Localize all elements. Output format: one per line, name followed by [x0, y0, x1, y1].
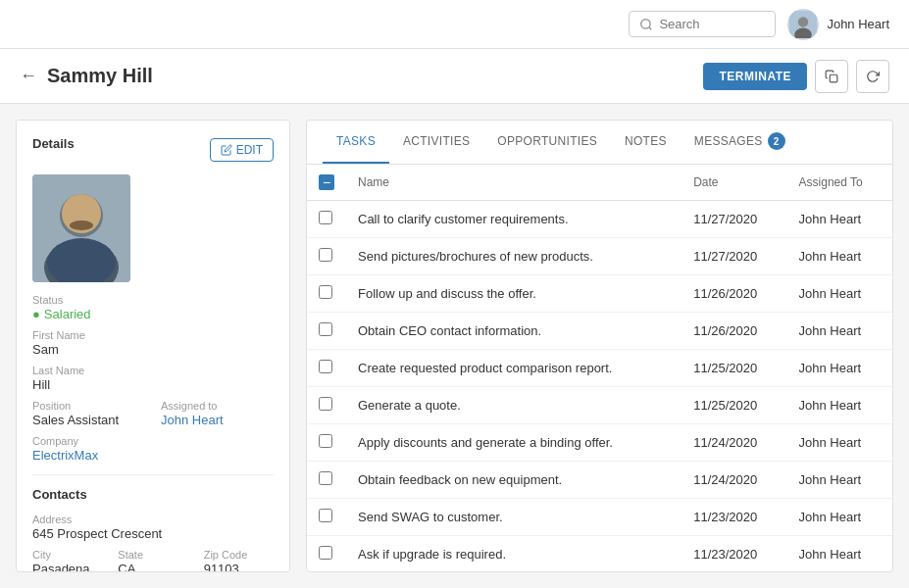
terminate-button[interactable]: TERMINATE	[703, 63, 807, 90]
company-field: Company ElectrixMax	[32, 435, 274, 463]
task-assigned-cell: John Heart	[787, 350, 892, 387]
name-column-header: Name	[346, 165, 682, 201]
back-button[interactable]: ←	[20, 66, 37, 86]
right-panel: TASKS ACTIVITIES OPPORTUNITIES NOTES MES…	[306, 120, 893, 572]
firstname-field: First Name Sam	[32, 329, 274, 357]
row-checkbox-4[interactable]	[319, 360, 332, 373]
edit-icon	[221, 144, 232, 156]
contacts-title: Contacts	[32, 487, 274, 502]
table-row: Obtain CEO contact information. 11/26/20…	[307, 313, 892, 350]
row-checkbox-0[interactable]	[319, 211, 332, 224]
row-checkbox-3[interactable]	[319, 322, 332, 336]
svg-line-1	[649, 26, 652, 29]
search-input[interactable]	[659, 17, 765, 31]
avatar	[787, 9, 819, 40]
row-checkbox-6[interactable]	[319, 434, 332, 448]
row-checkbox-1[interactable]	[319, 248, 332, 262]
task-assigned-cell: John Heart	[787, 499, 892, 536]
task-name-cell: Obtain feedback on new equipment.	[346, 462, 682, 499]
page-title: Sammy Hill	[47, 65, 153, 87]
row-checkbox-cell	[307, 201, 346, 238]
lastname-field: Last Name Hill	[32, 365, 274, 392]
task-name-cell: Call to clarify customer requirements.	[346, 201, 682, 238]
table-header-row: Name Date Assigned To	[307, 165, 892, 201]
details-header: Details EDIT	[32, 136, 274, 163]
task-assigned-cell: John Heart	[787, 536, 892, 572]
row-checkbox-cell	[307, 387, 346, 424]
task-assigned-cell: John Heart	[787, 313, 892, 350]
tab-activities[interactable]: ACTIVITIES	[389, 121, 483, 164]
task-assigned-cell: John Heart	[787, 387, 892, 424]
tab-messages[interactable]: MESSAGES 2	[681, 121, 799, 164]
position-label: Position	[32, 400, 145, 412]
task-date-cell: 11/27/2020	[682, 201, 786, 238]
task-date-cell: 11/26/2020	[682, 313, 786, 350]
search-box[interactable]	[629, 11, 776, 37]
svg-point-0	[641, 19, 650, 27]
messages-badge: 2	[768, 132, 785, 150]
task-assigned-cell: John Heart	[787, 201, 892, 238]
row-checkbox-cell	[307, 275, 346, 313]
table-row: Ask if upgrade is required. 11/23/2020 J…	[307, 536, 892, 572]
svg-point-11	[70, 220, 93, 230]
zip-field: Zip Code 91103	[204, 549, 274, 572]
tab-notes[interactable]: NOTES	[611, 121, 681, 164]
user-info[interactable]: John Heart	[787, 9, 889, 40]
copy-button[interactable]	[815, 60, 848, 93]
top-nav: John Heart	[0, 0, 909, 49]
row-checkbox-5[interactable]	[319, 397, 332, 411]
row-checkbox-cell	[307, 313, 346, 350]
left-panel: Details EDIT Status	[16, 120, 290, 572]
row-checkbox-cell	[307, 462, 346, 499]
position-field: Position Sales Assistant	[32, 400, 145, 427]
city-label: City	[32, 549, 102, 561]
table-row: Obtain feedback on new equipment. 11/24/…	[307, 462, 892, 499]
tasks-table: Name Date Assigned To Call to clarify cu…	[307, 165, 892, 571]
row-checkbox-2[interactable]	[319, 285, 332, 299]
position-assigned-row: Position Sales Assistant Assigned to Joh…	[32, 400, 274, 435]
tab-opportunities[interactable]: OPPORTUNITIES	[483, 121, 611, 164]
task-name-cell: Send pictures/brochures of new products.	[346, 238, 682, 275]
firstname-label: First Name	[32, 329, 274, 341]
tab-tasks[interactable]: TASKS	[323, 121, 389, 164]
status-field: Status ●Salaried	[32, 294, 274, 321]
row-checkbox-8[interactable]	[319, 509, 332, 522]
refresh-icon	[866, 70, 880, 83]
row-checkbox-cell	[307, 238, 346, 275]
task-name-cell: Generate a quote.	[346, 387, 682, 424]
row-checkbox-cell	[307, 536, 346, 572]
assigned-value[interactable]: John Heart	[161, 413, 274, 427]
refresh-button[interactable]	[856, 60, 889, 93]
select-all-icon[interactable]	[319, 174, 334, 190]
assigned-field: Assigned to John Heart	[161, 400, 274, 427]
date-column-header: Date	[682, 165, 786, 201]
page-header: ← Sammy Hill TERMINATE	[0, 49, 909, 104]
tasks-list: Name Date Assigned To Call to clarify cu…	[307, 165, 892, 571]
task-date-cell: 11/25/2020	[682, 387, 786, 424]
copy-icon	[825, 70, 838, 83]
table-row: Create requested product comparison repo…	[307, 350, 892, 387]
status-label: Status	[32, 294, 274, 306]
company-label: Company	[32, 435, 274, 447]
divider	[32, 474, 274, 475]
task-assigned-cell: John Heart	[787, 238, 892, 275]
row-checkbox-7[interactable]	[319, 471, 332, 485]
position-value: Sales Assistant	[32, 413, 145, 427]
edit-label: EDIT	[236, 143, 263, 157]
row-checkbox-cell	[307, 424, 346, 462]
firstname-value: Sam	[32, 342, 274, 357]
task-name-cell: Follow up and discuss the offer.	[346, 275, 682, 313]
company-value[interactable]: ElectrixMax	[32, 448, 274, 463]
zip-label: Zip Code	[204, 549, 274, 561]
lastname-label: Last Name	[32, 365, 274, 376]
task-name-cell: Send SWAG to customer.	[346, 499, 682, 536]
task-name-cell: Ask if upgrade is required.	[346, 536, 682, 572]
header-actions: TERMINATE	[703, 60, 889, 93]
address-value: 645 Prospect Crescent	[32, 526, 274, 541]
edit-button[interactable]: EDIT	[210, 138, 274, 162]
task-date-cell: 11/23/2020	[682, 499, 786, 536]
row-checkbox-9[interactable]	[319, 546, 332, 560]
task-date-cell: 11/25/2020	[682, 350, 786, 387]
row-checkbox-cell	[307, 350, 346, 387]
profile-image	[32, 174, 130, 282]
